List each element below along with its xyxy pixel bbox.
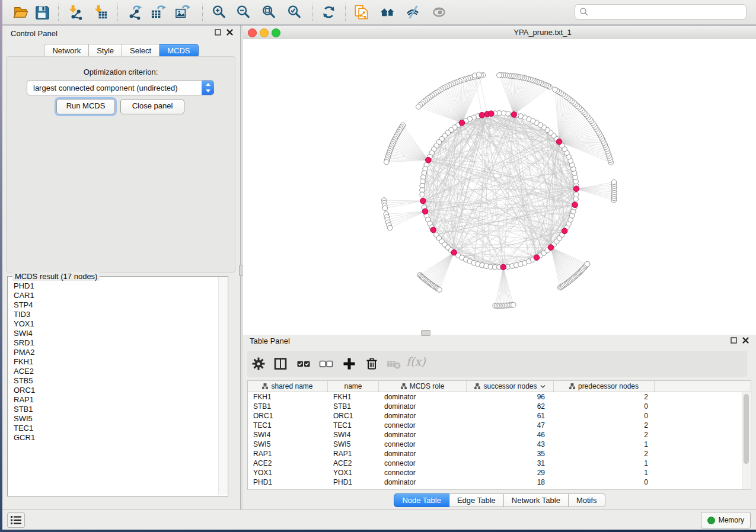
- table-row[interactable]: YOX1YOX1connector291: [248, 468, 742, 477]
- network-node[interactable]: [437, 287, 442, 293]
- export-network-icon[interactable]: [126, 4, 142, 20]
- table-row[interactable]: SWI5SWI5connector431: [248, 440, 742, 449]
- table-row[interactable]: ACE2ACE2connector311: [248, 459, 742, 468]
- network-hub-node[interactable]: [479, 113, 485, 118]
- mcds-result-item[interactable]: STB5: [14, 376, 218, 386]
- unselect-all-icon[interactable]: [318, 356, 334, 371]
- table-row[interactable]: ORC1ORC1dominator610: [248, 411, 742, 421]
- mcds-result-item[interactable]: RAP1: [14, 395, 218, 405]
- network-hub-node[interactable]: [420, 198, 426, 204]
- column-header-mcds-role[interactable]: MCDS role: [379, 381, 467, 392]
- mcds-result-item[interactable]: YOX1: [14, 319, 218, 329]
- mcds-result-item[interactable]: SRD1: [14, 338, 218, 348]
- network-node[interactable]: [497, 73, 502, 78]
- table-row[interactable]: RAP1RAP1dominator352: [248, 449, 742, 459]
- mcds-result-item[interactable]: SWI4: [14, 329, 218, 338]
- mcds-result-item[interactable]: ORC1: [14, 386, 218, 395]
- network-hub-node[interactable]: [556, 139, 562, 145]
- network-hub-node[interactable]: [430, 227, 436, 233]
- network-node[interactable]: [387, 225, 393, 230]
- tab-style[interactable]: Style: [89, 44, 122, 57]
- optimization-criterion-select[interactable]: largest connected component (undirected): [27, 80, 214, 95]
- network-hub-node[interactable]: [548, 245, 554, 251]
- network-hub-node[interactable]: [451, 249, 457, 255]
- zoom-fit-content-icon[interactable]: [261, 4, 277, 20]
- show-graphics-details-icon[interactable]: [431, 4, 447, 20]
- hide-graphics-details-icon[interactable]: [405, 4, 421, 20]
- column-header-successor-nodes[interactable]: successor nodes: [467, 381, 554, 392]
- export-image-icon[interactable]: [174, 4, 190, 20]
- network-node[interactable]: [574, 192, 579, 197]
- add-icon[interactable]: [342, 356, 357, 371]
- delete-rows-icon[interactable]: [364, 356, 379, 371]
- mcds-result-item[interactable]: TID3: [14, 310, 218, 319]
- horizontal-splitter-handle[interactable]: [421, 330, 430, 336]
- table-row[interactable]: PHD1PHD1dominator180: [248, 477, 742, 487]
- scrollbar-thumb[interactable]: [744, 394, 749, 464]
- network-node[interactable]: [416, 104, 422, 110]
- close-window-icon[interactable]: [248, 28, 257, 37]
- network-node[interactable]: [553, 87, 558, 92]
- table-scrollbar[interactable]: [742, 392, 750, 489]
- network-node[interactable]: [476, 72, 481, 78]
- minimize-window-icon[interactable]: [260, 28, 269, 37]
- zoom-selected-icon[interactable]: [286, 4, 302, 20]
- table-settings-icon[interactable]: [251, 356, 266, 371]
- table-header-row[interactable]: shared namenameMCDS rolesuccessor nodesp…: [248, 381, 751, 392]
- run-mcds-button[interactable]: Run MCDS: [56, 99, 115, 114]
- mcds-result-scrollbar[interactable]: [218, 277, 227, 495]
- save-session-icon[interactable]: [34, 4, 50, 20]
- mcds-result-item[interactable]: STP4: [14, 300, 218, 310]
- column-header-shared-name[interactable]: shared name: [248, 381, 328, 392]
- network-hub-node[interactable]: [572, 202, 578, 208]
- column-header-predecessor-nodes[interactable]: predecessor nodes: [554, 381, 655, 392]
- network-hub-node[interactable]: [459, 120, 465, 126]
- network-hub-node[interactable]: [500, 264, 506, 270]
- mcds-result-item[interactable]: FKH1: [14, 357, 218, 367]
- mcds-result-item[interactable]: CAR1: [14, 291, 218, 300]
- search-input[interactable]: [589, 7, 746, 17]
- zoom-window-icon[interactable]: [272, 28, 280, 37]
- table-row[interactable]: TEC1TEC1connector472: [248, 421, 742, 430]
- close-panel-icon[interactable]: [227, 29, 233, 36]
- zoom-out-icon[interactable]: [235, 4, 251, 20]
- mcds-result-item[interactable]: GCR1: [14, 433, 218, 443]
- export-table-icon[interactable]: [150, 4, 166, 20]
- table-row[interactable]: SWI4SWI4dominator462: [248, 430, 742, 440]
- tab-motifs[interactable]: Motifs: [569, 493, 605, 507]
- network-node[interactable]: [384, 159, 390, 165]
- new-network-from-selection-icon[interactable]: [353, 4, 369, 20]
- column-header-name[interactable]: name: [328, 381, 379, 392]
- float-panel-icon[interactable]: [215, 29, 221, 36]
- network-node[interactable]: [511, 302, 516, 307]
- tab-network-table[interactable]: Network Table: [504, 493, 569, 507]
- float-panel-icon[interactable]: [731, 337, 737, 344]
- network-hub-node[interactable]: [426, 157, 432, 163]
- tab-edge-table[interactable]: Edge Table: [449, 493, 504, 507]
- network-node[interactable]: [420, 192, 425, 197]
- select-all-icon[interactable]: [296, 356, 311, 371]
- tab-mcds[interactable]: MCDS: [160, 44, 198, 57]
- network-window-titlebar[interactable]: YPA_prune.txt_1: [243, 25, 756, 40]
- apply-layout-icon[interactable]: [321, 4, 337, 20]
- network-node[interactable]: [382, 206, 388, 211]
- mcds-result-item[interactable]: STB1: [14, 405, 218, 414]
- search-field[interactable]: [575, 4, 747, 20]
- import-network-icon[interactable]: [67, 4, 83, 20]
- network-node[interactable]: [585, 261, 590, 267]
- import-table-icon[interactable]: [92, 4, 109, 20]
- network-hub-node[interactable]: [562, 228, 567, 234]
- mcds-result-item[interactable]: PHD1: [14, 281, 218, 291]
- network-hub-node[interactable]: [573, 186, 579, 192]
- first-neighbors-icon[interactable]: [379, 4, 395, 20]
- tab-select[interactable]: Select: [122, 44, 160, 57]
- mcds-result-item[interactable]: TEC1: [14, 424, 218, 433]
- close-panel-button[interactable]: Close panel: [120, 99, 184, 114]
- tab-node-table[interactable]: Node Table: [394, 493, 449, 507]
- open-session-icon[interactable]: [12, 4, 28, 20]
- mcds-result-item[interactable]: ACE2: [14, 367, 218, 376]
- network-canvas[interactable]: [243, 39, 756, 335]
- network-hub-node[interactable]: [422, 209, 428, 214]
- network-hub-node[interactable]: [534, 255, 540, 261]
- network-node[interactable]: [611, 180, 617, 185]
